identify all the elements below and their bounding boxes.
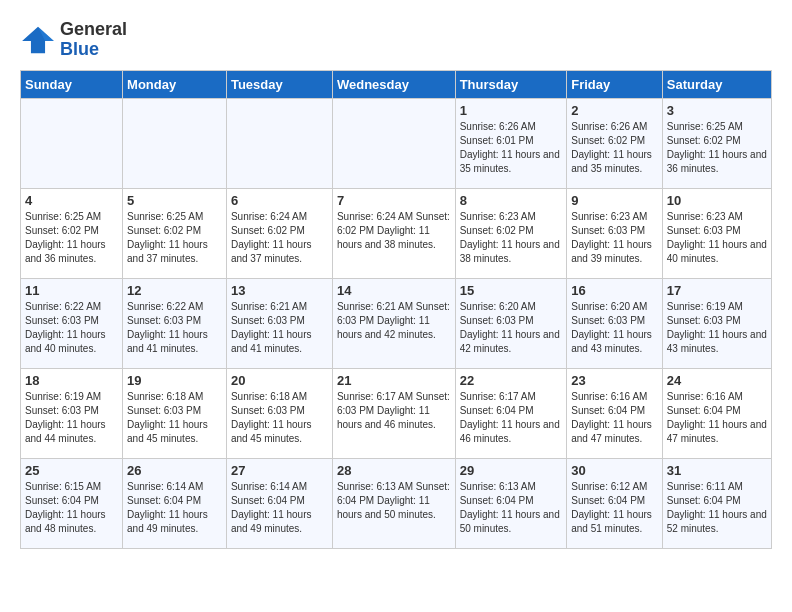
- day-number: 9: [571, 193, 658, 208]
- calendar-cell: 27Sunrise: 6:14 AM Sunset: 6:04 PM Dayli…: [226, 458, 332, 548]
- calendar-cell: 8Sunrise: 6:23 AM Sunset: 6:02 PM Daylig…: [455, 188, 567, 278]
- day-info: Sunrise: 6:24 AM Sunset: 6:02 PM Dayligh…: [337, 210, 451, 252]
- day-number: 28: [337, 463, 451, 478]
- day-number: 7: [337, 193, 451, 208]
- day-info: Sunrise: 6:12 AM Sunset: 6:04 PM Dayligh…: [571, 480, 658, 536]
- day-number: 8: [460, 193, 563, 208]
- calendar-header-monday: Monday: [123, 70, 227, 98]
- calendar-cell: 20Sunrise: 6:18 AM Sunset: 6:03 PM Dayli…: [226, 368, 332, 458]
- calendar-week-row: 25Sunrise: 6:15 AM Sunset: 6:04 PM Dayli…: [21, 458, 772, 548]
- calendar-cell: 28Sunrise: 6:13 AM Sunset: 6:04 PM Dayli…: [332, 458, 455, 548]
- calendar-cell: 22Sunrise: 6:17 AM Sunset: 6:04 PM Dayli…: [455, 368, 567, 458]
- day-number: 13: [231, 283, 328, 298]
- calendar-cell: 31Sunrise: 6:11 AM Sunset: 6:04 PM Dayli…: [662, 458, 771, 548]
- calendar-week-row: 1Sunrise: 6:26 AM Sunset: 6:01 PM Daylig…: [21, 98, 772, 188]
- day-number: 20: [231, 373, 328, 388]
- logo-text-general: General: [60, 20, 127, 40]
- logo-icon: [20, 25, 56, 55]
- calendar-cell: [332, 98, 455, 188]
- day-info: Sunrise: 6:15 AM Sunset: 6:04 PM Dayligh…: [25, 480, 118, 536]
- calendar-week-row: 11Sunrise: 6:22 AM Sunset: 6:03 PM Dayli…: [21, 278, 772, 368]
- calendar-cell: 14Sunrise: 6:21 AM Sunset: 6:03 PM Dayli…: [332, 278, 455, 368]
- page-header: General Blue: [20, 20, 772, 60]
- day-number: 27: [231, 463, 328, 478]
- day-info: Sunrise: 6:20 AM Sunset: 6:03 PM Dayligh…: [571, 300, 658, 356]
- calendar-cell: 4Sunrise: 6:25 AM Sunset: 6:02 PM Daylig…: [21, 188, 123, 278]
- calendar-cell: 26Sunrise: 6:14 AM Sunset: 6:04 PM Dayli…: [123, 458, 227, 548]
- logo-text-blue: Blue: [60, 40, 127, 60]
- day-info: Sunrise: 6:17 AM Sunset: 6:04 PM Dayligh…: [460, 390, 563, 446]
- calendar-header-friday: Friday: [567, 70, 663, 98]
- day-number: 2: [571, 103, 658, 118]
- day-number: 4: [25, 193, 118, 208]
- calendar-cell: 3Sunrise: 6:25 AM Sunset: 6:02 PM Daylig…: [662, 98, 771, 188]
- day-info: Sunrise: 6:13 AM Sunset: 6:04 PM Dayligh…: [337, 480, 451, 522]
- day-info: Sunrise: 6:16 AM Sunset: 6:04 PM Dayligh…: [571, 390, 658, 446]
- calendar-cell: 10Sunrise: 6:23 AM Sunset: 6:03 PM Dayli…: [662, 188, 771, 278]
- calendar-cell: [226, 98, 332, 188]
- day-info: Sunrise: 6:14 AM Sunset: 6:04 PM Dayligh…: [127, 480, 222, 536]
- calendar-cell: 11Sunrise: 6:22 AM Sunset: 6:03 PM Dayli…: [21, 278, 123, 368]
- calendar-cell: 2Sunrise: 6:26 AM Sunset: 6:02 PM Daylig…: [567, 98, 663, 188]
- calendar-cell: 5Sunrise: 6:25 AM Sunset: 6:02 PM Daylig…: [123, 188, 227, 278]
- day-number: 30: [571, 463, 658, 478]
- day-number: 3: [667, 103, 767, 118]
- calendar-header-thursday: Thursday: [455, 70, 567, 98]
- calendar-table: SundayMondayTuesdayWednesdayThursdayFrid…: [20, 70, 772, 549]
- calendar-cell: 15Sunrise: 6:20 AM Sunset: 6:03 PM Dayli…: [455, 278, 567, 368]
- day-info: Sunrise: 6:23 AM Sunset: 6:03 PM Dayligh…: [667, 210, 767, 266]
- day-number: 19: [127, 373, 222, 388]
- calendar-week-row: 18Sunrise: 6:19 AM Sunset: 6:03 PM Dayli…: [21, 368, 772, 458]
- day-number: 29: [460, 463, 563, 478]
- calendar-cell: 13Sunrise: 6:21 AM Sunset: 6:03 PM Dayli…: [226, 278, 332, 368]
- day-info: Sunrise: 6:17 AM Sunset: 6:03 PM Dayligh…: [337, 390, 451, 432]
- day-info: Sunrise: 6:18 AM Sunset: 6:03 PM Dayligh…: [127, 390, 222, 446]
- day-info: Sunrise: 6:13 AM Sunset: 6:04 PM Dayligh…: [460, 480, 563, 536]
- day-number: 15: [460, 283, 563, 298]
- day-number: 5: [127, 193, 222, 208]
- calendar-cell: 29Sunrise: 6:13 AM Sunset: 6:04 PM Dayli…: [455, 458, 567, 548]
- calendar-week-row: 4Sunrise: 6:25 AM Sunset: 6:02 PM Daylig…: [21, 188, 772, 278]
- day-info: Sunrise: 6:18 AM Sunset: 6:03 PM Dayligh…: [231, 390, 328, 446]
- calendar-cell: 6Sunrise: 6:24 AM Sunset: 6:02 PM Daylig…: [226, 188, 332, 278]
- day-number: 23: [571, 373, 658, 388]
- day-number: 6: [231, 193, 328, 208]
- calendar-header-sunday: Sunday: [21, 70, 123, 98]
- day-info: Sunrise: 6:25 AM Sunset: 6:02 PM Dayligh…: [25, 210, 118, 266]
- day-number: 12: [127, 283, 222, 298]
- day-number: 21: [337, 373, 451, 388]
- day-info: Sunrise: 6:21 AM Sunset: 6:03 PM Dayligh…: [337, 300, 451, 342]
- day-number: 25: [25, 463, 118, 478]
- day-info: Sunrise: 6:14 AM Sunset: 6:04 PM Dayligh…: [231, 480, 328, 536]
- day-info: Sunrise: 6:26 AM Sunset: 6:02 PM Dayligh…: [571, 120, 658, 176]
- day-info: Sunrise: 6:25 AM Sunset: 6:02 PM Dayligh…: [127, 210, 222, 266]
- calendar-header-row: SundayMondayTuesdayWednesdayThursdayFrid…: [21, 70, 772, 98]
- day-number: 18: [25, 373, 118, 388]
- day-number: 26: [127, 463, 222, 478]
- day-info: Sunrise: 6:22 AM Sunset: 6:03 PM Dayligh…: [25, 300, 118, 356]
- day-number: 31: [667, 463, 767, 478]
- calendar-header-wednesday: Wednesday: [332, 70, 455, 98]
- calendar-cell: [123, 98, 227, 188]
- logo: General Blue: [20, 20, 127, 60]
- calendar-cell: 16Sunrise: 6:20 AM Sunset: 6:03 PM Dayli…: [567, 278, 663, 368]
- day-info: Sunrise: 6:25 AM Sunset: 6:02 PM Dayligh…: [667, 120, 767, 176]
- calendar-cell: [21, 98, 123, 188]
- day-info: Sunrise: 6:16 AM Sunset: 6:04 PM Dayligh…: [667, 390, 767, 446]
- calendar-cell: 17Sunrise: 6:19 AM Sunset: 6:03 PM Dayli…: [662, 278, 771, 368]
- day-info: Sunrise: 6:24 AM Sunset: 6:02 PM Dayligh…: [231, 210, 328, 266]
- calendar-cell: 9Sunrise: 6:23 AM Sunset: 6:03 PM Daylig…: [567, 188, 663, 278]
- calendar-cell: 18Sunrise: 6:19 AM Sunset: 6:03 PM Dayli…: [21, 368, 123, 458]
- calendar-cell: 25Sunrise: 6:15 AM Sunset: 6:04 PM Dayli…: [21, 458, 123, 548]
- calendar-cell: 12Sunrise: 6:22 AM Sunset: 6:03 PM Dayli…: [123, 278, 227, 368]
- calendar-cell: 21Sunrise: 6:17 AM Sunset: 6:03 PM Dayli…: [332, 368, 455, 458]
- day-info: Sunrise: 6:19 AM Sunset: 6:03 PM Dayligh…: [667, 300, 767, 356]
- day-number: 1: [460, 103, 563, 118]
- day-info: Sunrise: 6:20 AM Sunset: 6:03 PM Dayligh…: [460, 300, 563, 356]
- day-info: Sunrise: 6:11 AM Sunset: 6:04 PM Dayligh…: [667, 480, 767, 536]
- day-number: 22: [460, 373, 563, 388]
- calendar-cell: 1Sunrise: 6:26 AM Sunset: 6:01 PM Daylig…: [455, 98, 567, 188]
- day-info: Sunrise: 6:22 AM Sunset: 6:03 PM Dayligh…: [127, 300, 222, 356]
- day-info: Sunrise: 6:19 AM Sunset: 6:03 PM Dayligh…: [25, 390, 118, 446]
- calendar-header-tuesday: Tuesday: [226, 70, 332, 98]
